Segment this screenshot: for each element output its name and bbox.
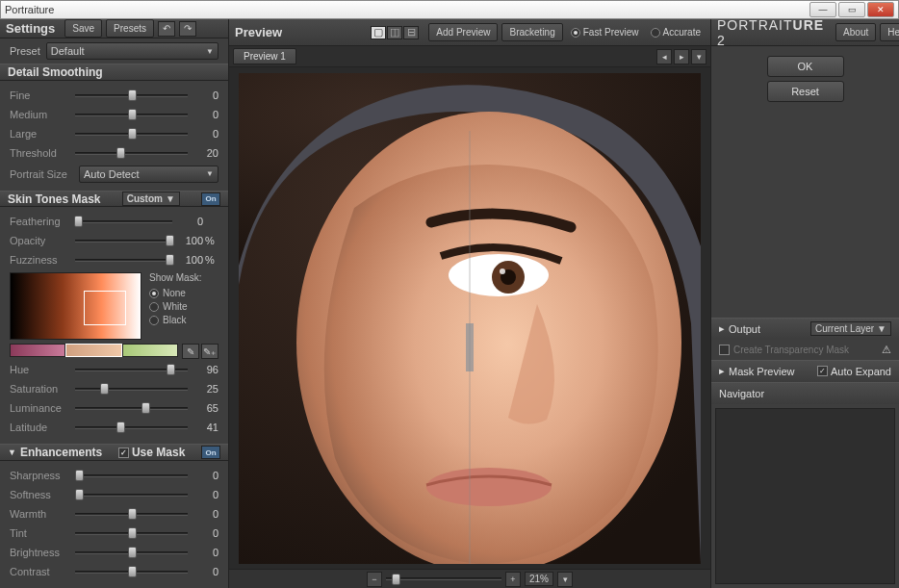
about-button[interactable]: About (835, 23, 876, 41)
opacity-slider[interactable] (75, 234, 172, 247)
zoom-percent: 21% (525, 572, 553, 586)
tab-menu-button[interactable]: ▾ (691, 49, 706, 64)
help-button[interactable]: Help (880, 23, 899, 41)
right-panel: PORTRAITURE 2 About Help OK Reset ▸ Outp… (710, 19, 899, 588)
svg-rect-8 (466, 323, 474, 371)
bracketing-button[interactable]: Bracketing (501, 23, 562, 41)
ok-button[interactable]: OK (767, 56, 844, 77)
threshold-value: 20 (193, 147, 218, 159)
preview-canvas[interactable] (229, 67, 710, 569)
accurate-radio[interactable] (651, 28, 660, 38)
mask-preview-header[interactable]: ▸ Mask Preview Auto Expand (711, 361, 899, 382)
navigator-thumbnail[interactable] (715, 408, 895, 585)
prev-tab-button[interactable]: ◂ (656, 49, 672, 64)
brightness-slider[interactable] (75, 546, 188, 559)
warmth-label: Warmth (10, 508, 69, 520)
undo-icon[interactable]: ↶ (158, 21, 175, 37)
mask-white-radio[interactable]: White (149, 301, 218, 312)
window-minimize-button[interactable]: — (809, 2, 836, 17)
hue-label: Hue (10, 364, 69, 375)
saturation-label: Saturation (10, 383, 69, 395)
window-title: Portraiture (5, 4, 809, 15)
preview-tab-1[interactable]: Preview 1 (233, 48, 296, 64)
portrait-size-select[interactable]: Auto Detect▼ (79, 166, 218, 183)
redo-icon[interactable]: ↷ (179, 21, 196, 37)
use-mask-checkbox[interactable] (118, 447, 129, 458)
hue-value: 96 (193, 364, 218, 375)
view-split-h-icon[interactable]: ◫ (387, 26, 402, 39)
auto-expand-checkbox[interactable] (817, 366, 828, 376)
tint-label: Tint (10, 527, 69, 539)
eyedropper-add-icon[interactable]: ✎₊ (201, 344, 218, 359)
medium-slider[interactable] (75, 108, 188, 121)
portrait-size-label: Portrait Size (10, 168, 79, 180)
preset-select[interactable]: Default▼ (46, 42, 218, 60)
transparency-checkbox[interactable] (719, 345, 730, 355)
svg-point-5 (500, 268, 505, 274)
preview-panel: Preview ▢ ◫ ⊟ Add Preview Bracketing Fas… (229, 19, 710, 588)
presets-button[interactable]: Presets (106, 19, 154, 38)
sharpness-label: Sharpness (10, 470, 69, 481)
preset-label: Preset (10, 45, 40, 57)
luminance-slider[interactable] (75, 401, 188, 415)
skin-color-picker[interactable] (10, 272, 141, 340)
use-mask-label: Use Mask (132, 446, 185, 459)
feathering-slider[interactable] (75, 215, 172, 228)
view-mode-group: ▢ ◫ ⊟ (371, 26, 419, 39)
latitude-label: Latitude (10, 422, 69, 433)
output-select[interactable]: Current Layer▼ (810, 321, 891, 336)
contrast-slider[interactable] (75, 565, 188, 578)
warmth-slider[interactable] (75, 507, 188, 521)
auto-expand-label: Auto Expand (831, 366, 891, 377)
tint-slider[interactable] (75, 526, 188, 540)
fine-label: Fine (10, 89, 69, 101)
latitude-slider[interactable] (75, 421, 188, 434)
threshold-label: Threshold (10, 147, 69, 159)
contrast-label: Contrast (10, 566, 69, 577)
enhancements-on-toggle[interactable]: On (201, 446, 220, 459)
view-split-v-icon[interactable]: ⊟ (403, 26, 419, 39)
output-header[interactable]: ▸ Output Current Layer▼ (711, 319, 899, 340)
skin-on-toggle[interactable]: On (201, 192, 220, 206)
window-close-button[interactable]: ✕ (867, 2, 894, 17)
view-single-icon[interactable]: ▢ (371, 26, 386, 39)
preview-heading: Preview (235, 25, 282, 39)
navigator-header[interactable]: Navigator (711, 383, 899, 404)
reset-button[interactable]: Reset (767, 81, 844, 102)
mask-black-radio[interactable]: Black (149, 315, 218, 325)
hue-slider[interactable] (75, 363, 188, 376)
large-slider[interactable] (75, 127, 188, 141)
fast-preview-radio[interactable] (571, 28, 580, 38)
add-preview-button[interactable]: Add Preview (428, 23, 498, 41)
hue-strip[interactable]: ✎ ✎₊ (10, 344, 218, 357)
save-button[interactable]: Save (64, 19, 102, 38)
opacity-label: Opacity (10, 235, 69, 246)
detail-smoothing-header[interactable]: Detail Smoothing (0, 64, 228, 81)
saturation-slider[interactable] (75, 382, 188, 396)
transparency-label: Create Transparency Mask (733, 345, 849, 355)
fine-slider[interactable] (75, 89, 188, 102)
sharpness-value: 0 (193, 470, 218, 481)
zoom-menu-button[interactable]: ▾ (557, 572, 573, 587)
portrait-image (239, 73, 701, 564)
fuzziness-slider[interactable] (75, 253, 172, 267)
brightness-value: 0 (193, 547, 218, 558)
zoom-out-button[interactable]: − (367, 572, 382, 587)
threshold-slider[interactable] (75, 146, 188, 160)
brand-logo: PORTRAITURE 2 (717, 17, 824, 48)
eyedropper-icon[interactable]: ✎ (182, 344, 199, 359)
next-tab-button[interactable]: ▸ (674, 49, 689, 64)
zoom-in-button[interactable]: + (505, 572, 521, 587)
enhancements-header[interactable]: ▼ Enhancements Use Mask On (0, 444, 228, 461)
skin-tones-header[interactable]: Skin Tones Mask Custom▼ On (0, 191, 228, 208)
luminance-value: 65 (193, 402, 218, 414)
softness-slider[interactable] (75, 488, 188, 501)
show-mask-label: Show Mask: (149, 272, 218, 283)
skin-mode-select[interactable]: Custom▼ (122, 192, 180, 206)
sharpness-slider[interactable] (75, 469, 188, 482)
fine-value: 0 (193, 89, 218, 101)
mask-none-radio[interactable]: None (149, 288, 218, 298)
window-maximize-button[interactable]: ▭ (838, 2, 865, 17)
zoom-slider[interactable] (386, 573, 501, 586)
saturation-value: 25 (193, 383, 218, 395)
